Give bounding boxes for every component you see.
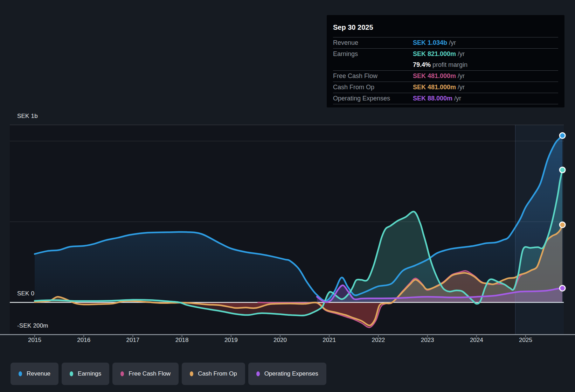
x-axis-label-2015: 2015 [19, 337, 50, 344]
cash-from-op-end-dot[interactable] [560, 222, 565, 227]
x-axis-label-2017: 2017 [117, 337, 148, 344]
tooltip-row-label: Revenue [333, 39, 413, 47]
chart-page: SEK 1bSEK 0-SEK 200m 2015201620172018201… [0, 0, 575, 392]
tooltip-row-free-cash-flow: Free Cash FlowSEK 481.000m /yr [333, 71, 558, 82]
x-axis-label-2018: 2018 [166, 337, 198, 344]
x-axis-label-2022: 2022 [362, 337, 394, 344]
tooltip-row-label: Operating Expenses [333, 95, 413, 102]
legend-item-revenue[interactable]: Revenue [11, 363, 58, 385]
tooltip-row-earnings: EarningsSEK 821.000m /yr [333, 49, 558, 59]
legend-item-cash-from-op[interactable]: Cash From Op [182, 363, 245, 385]
legend-dot-icon [19, 371, 22, 376]
tooltip-row-value: SEK 1.034b /yr [413, 39, 456, 47]
tooltip-row-label: Cash From Op [333, 84, 413, 91]
tooltip-row-revenue: RevenueSEK 1.034b /yr [333, 37, 558, 49]
tooltip-row-value: SEK 821.000m /yr [413, 50, 465, 58]
y-axis-label: SEK 0 [17, 290, 34, 297]
tooltip-row-value: SEK 88.000m /yr [413, 95, 461, 102]
ltm-highlight-band [515, 125, 564, 335]
legend-dot-icon [70, 371, 73, 376]
revenue-end-dot[interactable] [560, 133, 565, 138]
x-axis-label-2020: 2020 [264, 337, 296, 344]
tooltip-row-value: SEK 481.000m /yr [413, 72, 465, 80]
legend-item-operating-expenses[interactable]: Operating Expenses [248, 363, 326, 385]
x-axis-label-2023: 2023 [412, 337, 443, 344]
legend-item-label: Earnings [78, 370, 101, 377]
tooltip-date: Sep 30 2025 [333, 15, 558, 37]
legend: RevenueEarningsFree Cash FlowCash From O… [11, 363, 326, 385]
legend-dot-icon [256, 371, 260, 376]
x-axis-label-2024: 2024 [461, 337, 492, 344]
legend-dot-icon [120, 371, 124, 376]
x-axis-label-2016: 2016 [68, 337, 99, 344]
x-axis-label-2025: 2025 [510, 337, 541, 344]
tooltip-rows: RevenueSEK 1.034b /yrEarningsSEK 821.000… [333, 37, 558, 104]
legend-item-label: Free Cash Flow [129, 370, 171, 377]
x-axis-label-2019: 2019 [215, 337, 247, 344]
tooltip-card: Sep 30 2025 RevenueSEK 1.034b /yrEarning… [327, 15, 564, 107]
x-axis-label-2021: 2021 [313, 337, 345, 344]
legend-item-label: Revenue [27, 370, 50, 377]
legend-dot-icon [190, 371, 193, 376]
operating-expenses-end-dot[interactable] [560, 285, 565, 291]
earnings-end-dot[interactable] [560, 167, 565, 173]
legend-item-free-cash-flow[interactable]: Free Cash Flow [112, 363, 179, 385]
legend-item-label: Operating Expenses [264, 370, 318, 377]
y-axis-label: -SEK 200m [17, 322, 48, 329]
tooltip-row-profit-margin: 79.4% profit margin [333, 59, 558, 71]
tooltip-row-operating-expenses: Operating ExpensesSEK 88.000m /yr [333, 93, 558, 104]
legend-item-label: Cash From Op [198, 370, 237, 377]
tooltip-row-label: Earnings [333, 50, 413, 58]
tooltip-row-value: SEK 481.000m /yr [413, 84, 465, 91]
y-axis-label: SEK 1b [17, 113, 38, 120]
tooltip-row-cash-from-op: Cash From OpSEK 481.000m /yr [333, 82, 558, 93]
legend-item-earnings[interactable]: Earnings [62, 363, 109, 385]
tooltip-row-label: Free Cash Flow [333, 72, 413, 80]
